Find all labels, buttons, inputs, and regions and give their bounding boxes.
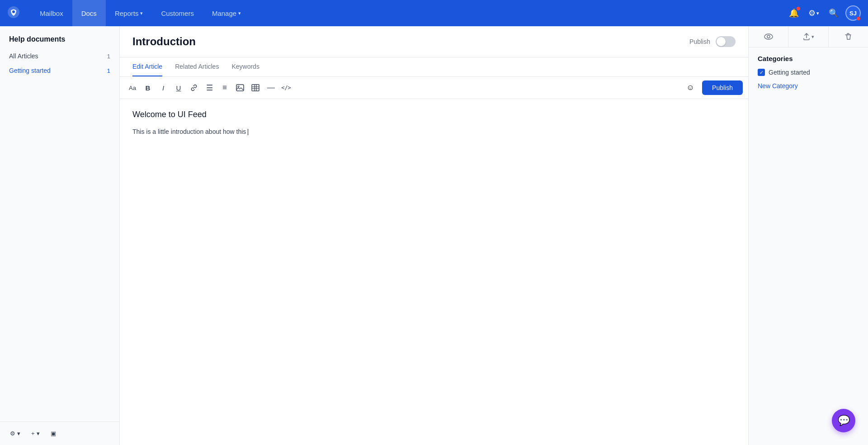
editor-heading: Welcome to UI Feed: [132, 110, 736, 119]
editor-area[interactable]: Welcome to UI Feed This is a little intr…: [120, 99, 748, 445]
editor-body[interactable]: This is a little introduction about how …: [132, 127, 736, 137]
image-icon: [236, 84, 244, 91]
manage-chevron-icon: ▾: [238, 10, 241, 16]
export-action-button[interactable]: ▾: [788, 26, 828, 47]
main-content: Introduction Publish Edit Article Relate…: [120, 26, 748, 445]
export-icon: [802, 33, 811, 41]
svg-point-3: [238, 86, 239, 87]
svg-rect-2: [236, 85, 244, 91]
category-label[interactable]: Getting started: [769, 69, 810, 76]
nav-docs[interactable]: Docs: [72, 0, 106, 26]
avatar[interactable]: SJ: [845, 5, 861, 21]
toggle-knob: [717, 37, 726, 46]
publish-label: Publish: [689, 38, 710, 45]
reports-chevron-icon: ▾: [140, 10, 143, 16]
nav-right-actions: 🔔 ⚙ ▾ 🔍 SJ: [786, 5, 861, 21]
svg-rect-4: [252, 85, 259, 91]
article-title: Introduction: [132, 35, 196, 48]
settings-chevron-icon: ▾: [17, 430, 20, 437]
align-button[interactable]: ≡: [217, 80, 232, 95]
sidebar-item-getting-started[interactable]: Getting started 1: [0, 63, 119, 78]
search-button[interactable]: 🔍: [826, 5, 842, 21]
chat-bubble[interactable]: 💬: [832, 409, 855, 432]
nav-reports[interactable]: Reports ▾: [106, 0, 152, 26]
sidebar-item-all-articles[interactable]: All Articles 1: [0, 49, 119, 63]
svg-point-1: [12, 10, 15, 13]
settings-chevron-icon: ▾: [816, 10, 819, 16]
svg-point-9: [764, 34, 773, 39]
text-cursor: [248, 129, 248, 135]
eye-icon: [764, 32, 773, 41]
link-button[interactable]: [187, 80, 201, 95]
avatar-badge: [856, 16, 861, 21]
category-item-getting-started: ✓ Getting started: [758, 69, 859, 76]
chat-icon: 💬: [838, 415, 850, 426]
category-checkbox[interactable]: ✓: [758, 69, 765, 76]
notification-badge: [797, 7, 800, 10]
nav-customers[interactable]: Customers: [152, 0, 203, 26]
new-category-link[interactable]: New Category: [758, 82, 859, 90]
editor-toolbar: Aa B I U ☰ ≡: [120, 77, 748, 99]
hr-button[interactable]: —: [264, 80, 278, 95]
delete-action-button[interactable]: [829, 26, 868, 47]
right-sidebar: ▾ Categories ✓ Getting started New Categ…: [748, 26, 868, 445]
top-navigation: Mailbox Docs Reports ▾ Customers Manage …: [0, 0, 868, 26]
unordered-list-button[interactable]: ☰: [202, 80, 217, 95]
table-icon: [251, 84, 259, 91]
categories-title: Categories: [758, 55, 859, 62]
add-icon: +: [31, 430, 35, 437]
main-layout: Help documents All Articles 1 Getting st…: [0, 26, 868, 445]
export-chevron-icon: ▾: [811, 34, 814, 40]
checkmark-icon: ✓: [760, 70, 764, 76]
gear-icon: ⚙: [808, 8, 816, 18]
tab-related-articles[interactable]: Related Articles: [175, 57, 219, 76]
underline-button[interactable]: U: [171, 80, 186, 95]
preview-action-button[interactable]: [749, 26, 788, 47]
publish-toggle[interactable]: [716, 36, 736, 47]
sidebar-bottom-bar: ⚙ ▾ + ▾ ▣: [0, 421, 119, 445]
publish-area: Publish: [689, 36, 736, 47]
emoji-button[interactable]: ☺: [683, 80, 698, 95]
trash-icon: [844, 33, 852, 41]
svg-point-10: [767, 35, 770, 38]
nav-mailbox[interactable]: Mailbox: [31, 0, 72, 26]
image-button[interactable]: [233, 80, 247, 95]
tabs-bar: Edit Article Related Articles Keywords: [120, 57, 748, 77]
search-icon: 🔍: [829, 8, 839, 18]
right-action-bar: ▾: [749, 26, 868, 47]
nav-manage[interactable]: Manage ▾: [203, 0, 250, 26]
code-button[interactable]: </>: [279, 80, 293, 95]
nav-links: Mailbox Docs Reports ▾ Customers Manage …: [31, 0, 786, 26]
sidebar-preview-button[interactable]: ▣: [46, 427, 61, 440]
link-icon: [190, 84, 198, 91]
sidebar-title: Help documents: [0, 26, 119, 49]
add-chevron-icon: ▾: [37, 430, 40, 437]
bold-button[interactable]: B: [141, 80, 155, 95]
gear-icon: ⚙: [10, 430, 15, 437]
sidebar-list: All Articles 1 Getting started 1: [0, 49, 119, 421]
sidebar-settings-button[interactable]: ⚙ ▾: [5, 427, 25, 440]
italic-button[interactable]: I: [156, 80, 170, 95]
logo[interactable]: [7, 6, 20, 20]
left-sidebar: Help documents All Articles 1 Getting st…: [0, 26, 120, 445]
settings-button[interactable]: ⚙ ▾: [806, 5, 822, 21]
tab-keywords[interactable]: Keywords: [231, 57, 259, 76]
article-header: Introduction Publish: [120, 26, 748, 57]
publish-button[interactable]: Publish: [702, 80, 743, 95]
sidebar-add-button[interactable]: + ▾: [27, 427, 44, 440]
tab-edit-article[interactable]: Edit Article: [132, 57, 162, 76]
table-button[interactable]: [248, 80, 263, 95]
font-size-button[interactable]: Aa: [125, 80, 140, 95]
preview-icon: ▣: [51, 430, 56, 437]
notification-button[interactable]: 🔔: [786, 5, 802, 21]
